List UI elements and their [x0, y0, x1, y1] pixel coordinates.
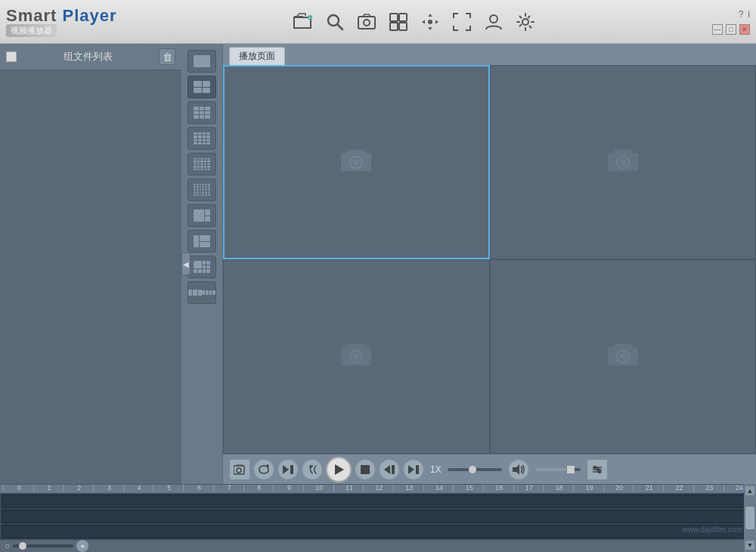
- volume-section: [508, 459, 584, 480]
- layout-9-button[interactable]: [187, 101, 216, 124]
- svg-point-17: [620, 159, 626, 165]
- timeline-tracks: [0, 493, 756, 540]
- user-button[interactable]: [480, 8, 507, 36]
- sidebar-checkbox[interactable]: [6, 51, 17, 62]
- svg-point-38: [598, 470, 600, 473]
- svg-line-4: [338, 24, 343, 29]
- svg-point-12: [490, 15, 497, 23]
- sidebar-delete-button[interactable]: 🗑: [159, 48, 175, 65]
- layout-custom1-button[interactable]: [187, 204, 216, 227]
- stop-button[interactable]: [355, 459, 376, 480]
- loop-button[interactable]: [253, 459, 274, 480]
- close-button[interactable]: ✕: [739, 24, 750, 35]
- app-logo: Smart Player 视频播放器: [6, 6, 117, 37]
- fullscreen-button[interactable]: [448, 8, 476, 36]
- sidebar-label: 组文件列表: [17, 50, 159, 64]
- ruler-tick: 23: [693, 485, 723, 492]
- zoom-plus-button[interactable]: +: [76, 540, 88, 552]
- ruler-tick: 3: [93, 485, 123, 492]
- scroll-down-button[interactable]: ▼: [745, 540, 755, 550]
- window-controls: — □ ✕: [712, 24, 750, 35]
- scroll-up-button[interactable]: ▲: [745, 485, 755, 496]
- title-player: Player: [57, 6, 116, 25]
- snapshot-button[interactable]: [353, 8, 380, 36]
- play-tab-label[interactable]: 播放页面: [229, 47, 285, 65]
- svg-rect-25: [290, 465, 293, 474]
- layout-custom2-button[interactable]: [187, 230, 216, 253]
- settings-button[interactable]: [512, 8, 539, 36]
- minimize-button[interactable]: —: [712, 24, 723, 35]
- next-button[interactable]: [277, 459, 299, 480]
- playback-controls: 1X: [223, 454, 756, 484]
- speed-slider[interactable]: [445, 468, 505, 471]
- search-button[interactable]: [321, 8, 349, 36]
- ruler-tick: 17: [513, 485, 544, 492]
- layout-25-button[interactable]: [187, 153, 216, 175]
- video-cell-1[interactable]: [223, 65, 490, 259]
- timeline-track-1[interactable]: [2, 495, 754, 508]
- play-button[interactable]: [326, 457, 352, 482]
- pan-button[interactable]: [417, 8, 444, 36]
- layout-4-button[interactable]: [187, 76, 216, 98]
- fast-forward-button[interactable]: [403, 459, 424, 480]
- scroll-thumb[interactable]: [745, 507, 754, 529]
- svg-rect-27: [361, 465, 370, 474]
- zoom-minus-button[interactable]: ○: [5, 541, 10, 551]
- rewind-button[interactable]: [302, 459, 323, 480]
- camera-icon-1: [338, 143, 374, 182]
- svg-rect-8: [399, 14, 407, 21]
- watermark: www.dayifilm.com: [683, 526, 742, 534]
- play-area: 播放页面: [223, 44, 756, 484]
- svg-point-23: [237, 468, 241, 473]
- svg-point-6: [364, 20, 370, 26]
- layout-36-button[interactable]: [187, 178, 216, 201]
- help-row: ? i: [739, 9, 750, 20]
- video-grid: [223, 65, 756, 454]
- ruler-tick: 8: [243, 485, 274, 492]
- svg-marker-26: [335, 464, 344, 475]
- sidebar-header: 组文件列表 🗑: [0, 44, 181, 70]
- play-tab: 播放页面: [223, 44, 756, 65]
- svg-rect-5: [358, 17, 375, 29]
- timeline-area: 0123456789101112131415161718192021222324…: [0, 484, 756, 552]
- svg-point-36: [593, 466, 596, 468]
- ruler-tick: 9: [273, 485, 303, 492]
- open-button[interactable]: +: [290, 8, 317, 36]
- camera-icon-3: [338, 337, 374, 377]
- svg-rect-7: [390, 14, 398, 21]
- volume-button[interactable]: [508, 459, 529, 480]
- equalizer-button[interactable]: [587, 459, 608, 480]
- ruler-tick: 18: [543, 485, 573, 492]
- svg-marker-30: [408, 465, 414, 474]
- ruler-tick: 2: [63, 485, 93, 492]
- svg-rect-10: [399, 23, 407, 30]
- svg-point-15: [353, 159, 359, 165]
- timeline-track-3[interactable]: [2, 525, 754, 538]
- layout-custom4-button[interactable]: [187, 281, 216, 304]
- help-btn[interactable]: ?: [739, 9, 744, 20]
- ruler-tick: 21: [633, 485, 663, 492]
- maximize-button[interactable]: □: [726, 24, 736, 35]
- video-cell-2[interactable]: [490, 65, 757, 259]
- video-cell-3[interactable]: [223, 259, 490, 454]
- svg-point-13: [522, 19, 528, 25]
- ruler-tick: 14: [423, 485, 454, 492]
- camera-icon-4: [605, 337, 641, 377]
- info-btn[interactable]: i: [748, 9, 750, 20]
- layout-button[interactable]: [385, 8, 412, 36]
- sidebar-collapse-button[interactable]: ◀: [181, 253, 191, 275]
- svg-point-21: [620, 353, 626, 359]
- video-cell-4[interactable]: [490, 259, 757, 454]
- timeline-track-2[interactable]: [2, 510, 754, 523]
- svg-rect-29: [392, 465, 395, 474]
- speed-label: 1X: [430, 464, 442, 475]
- ruler-tick: 16: [483, 485, 513, 492]
- zoom-slider[interactable]: ○ +: [5, 540, 751, 552]
- layout-custom3-button[interactable]: [187, 256, 216, 278]
- slow-motion-button[interactable]: [379, 459, 400, 480]
- ruler-tick: 20: [603, 485, 634, 492]
- ruler-tick: 22: [663, 485, 693, 492]
- layout-1-button[interactable]: [187, 50, 216, 73]
- snapshot-ctrl-button[interactable]: [229, 459, 250, 480]
- layout-16-button[interactable]: [187, 127, 216, 150]
